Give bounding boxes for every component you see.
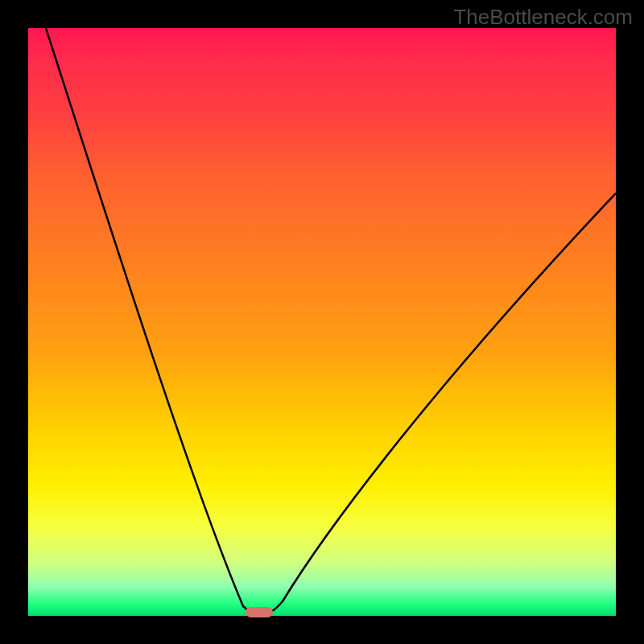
bottleneck-curve bbox=[28, 28, 616, 616]
optimal-marker bbox=[246, 607, 273, 617]
watermark-text: TheBottleneck.com bbox=[453, 5, 633, 30]
curve-path bbox=[46, 28, 616, 615]
chart-plot-area bbox=[28, 28, 616, 616]
